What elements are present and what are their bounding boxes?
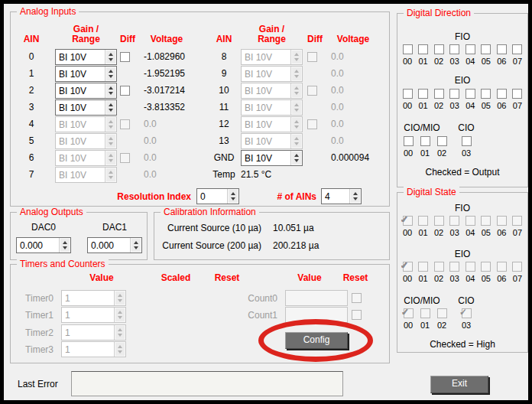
ain-row: 10 BI 10V 0.0 <box>11 83 389 99</box>
spinner-updown-icon[interactable] <box>349 189 361 204</box>
config-button[interactable]: Config <box>285 332 348 349</box>
ain10-voltage: 0.0 <box>331 85 344 96</box>
ain12-diff-checkbox <box>307 119 317 129</box>
gnd-voltage: 0.000094 <box>331 152 369 163</box>
bit-label: 03 <box>450 57 459 66</box>
spinner-updown-icon[interactable] <box>290 151 302 165</box>
analog-inputs-title: Analog Inputs <box>17 6 79 17</box>
spinner-updown-icon[interactable] <box>227 189 238 204</box>
dd-eio-checkbox[interactable] <box>403 89 413 99</box>
digital-direction-group: Digital Direction FIO 00 01 02 03 04 05 … <box>397 13 528 187</box>
bit-column: 02 <box>431 216 446 237</box>
dd-cio-checkbox[interactable] <box>462 136 472 146</box>
dd-fio-checkbox[interactable] <box>434 44 444 54</box>
dd-fio-checkbox[interactable] <box>466 44 475 54</box>
dd-eio-checkbox[interactable] <box>418 89 428 99</box>
dd-eio-checkbox[interactable] <box>466 89 475 99</box>
fio-state-bits: 00 01 02 03 04 05 06 07 <box>400 216 525 237</box>
ain10-diff-checkbox <box>307 86 317 96</box>
dac1-spinner[interactable]: 0.000 <box>87 237 142 253</box>
dd-fio-checkbox[interactable] <box>449 44 459 54</box>
diff-header: Diff <box>116 34 139 44</box>
spinner-updown-icon[interactable] <box>59 238 70 252</box>
resolution-index-spinner[interactable]: 0 <box>196 188 239 204</box>
bit-column: 03 <box>459 308 474 330</box>
count1-value-box <box>285 307 348 323</box>
dd-eio-checkbox[interactable] <box>497 89 507 99</box>
bit-column: 02 <box>434 136 449 158</box>
ds-eio-checkbox <box>418 262 428 272</box>
ain11-range-select: BI 10V <box>241 99 303 116</box>
ds-fio-checkbox <box>497 216 507 226</box>
dd-eio-checkbox[interactable] <box>434 89 444 99</box>
dd-cio-mio-checkbox[interactable] <box>420 136 430 146</box>
bit-label: 07 <box>513 228 522 237</box>
current-source-200-value: 200.218 µa <box>273 240 319 251</box>
bit-label: 01 <box>418 228 427 237</box>
bit-column: 04 <box>462 262 478 283</box>
bit-label: 07 <box>513 101 522 110</box>
bit-column: 02 <box>431 262 446 283</box>
dd-fio-checkbox[interactable] <box>403 44 413 54</box>
bit-label: 05 <box>482 57 491 66</box>
ain-header: AIN <box>206 34 242 44</box>
dd-fio-checkbox[interactable] <box>418 44 428 54</box>
bit-column: 01 <box>417 308 433 330</box>
spinner-updown-icon[interactable] <box>130 238 141 252</box>
bit-label: 06 <box>497 101 506 110</box>
ain9-range-select: BI 10V <box>241 66 303 82</box>
dd-eio-checkbox[interactable] <box>481 89 491 99</box>
bit-label: 07 <box>513 274 522 283</box>
bit-label: 06 <box>497 57 506 66</box>
dac0-spinner[interactable]: 0.000 <box>16 237 71 253</box>
ain9-voltage: 0.0 <box>331 68 344 79</box>
gain-range-header: Gain / Range <box>55 24 117 44</box>
bit-label: 02 <box>437 148 446 158</box>
num-ains-label: # of AINs <box>248 191 316 202</box>
cio-mio-state-bits: 00 01 02 <box>401 308 449 330</box>
ain-number: GND <box>206 152 242 163</box>
ain-number: 9 <box>206 68 242 79</box>
bit-column: 05 <box>478 262 494 283</box>
ain-row: 13 BI 10V 0.0 <box>11 133 389 150</box>
spinner-updown-icon <box>290 67 302 81</box>
dd-fio-checkbox[interactable] <box>481 44 491 54</box>
bit-label: 04 <box>466 101 475 110</box>
ain13-voltage: 0.0 <box>331 135 344 146</box>
value-header: Value <box>79 272 125 283</box>
timers-counters-title: Timers and Counters <box>17 259 109 269</box>
timers-counters-group: Timers and Counters Value Scaled Reset V… <box>10 264 390 363</box>
dd-cio-mio-checkbox[interactable] <box>437 136 447 146</box>
ds-cio-mio-checkbox <box>420 308 430 318</box>
count0-reset-checkbox <box>352 293 362 303</box>
cio-label: CIO <box>453 122 480 133</box>
dd-fio-checkbox[interactable] <box>512 44 522 54</box>
fio-direction-bits: 00 01 02 03 04 05 06 07 <box>400 44 525 66</box>
num-ains-spinner[interactable]: 4 <box>321 188 362 204</box>
eio-label: EIO <box>397 75 527 86</box>
bit-label: 00 <box>404 321 413 330</box>
exit-button[interactable]: Exit <box>430 376 488 393</box>
calibration-group: Calibration Information Current Source (… <box>154 212 390 260</box>
bit-column: 00 <box>400 44 415 66</box>
dd-fio-checkbox[interactable] <box>497 44 507 54</box>
spinner-updown-icon <box>114 308 125 322</box>
dd-eio-checkbox[interactable] <box>449 89 459 99</box>
dd-cio-mio-checkbox[interactable] <box>404 136 414 146</box>
calibration-title: Calibration Information <box>161 207 259 217</box>
analog-outputs-title: Analog Outputs <box>17 207 86 217</box>
ds-cio-checkbox <box>462 308 472 318</box>
resolution-index-label: Resolution Index <box>87 191 191 202</box>
bit-label: 01 <box>420 148 430 158</box>
ain8-voltage: 0.0 <box>331 51 344 62</box>
dac1-label: DAC1 <box>87 222 142 233</box>
dd-eio-checkbox[interactable] <box>512 89 522 99</box>
bit-column: 03 <box>447 44 462 66</box>
timer2-label: Timer2 <box>18 327 54 338</box>
voltage-header: Voltage <box>326 34 381 44</box>
ain-row: 12 BI 10V 0.0 <box>11 116 389 133</box>
spinner-updown-icon <box>290 83 302 98</box>
dac0-label: DAC0 <box>16 222 71 233</box>
gnd-range-select[interactable]: BI 10V <box>241 150 303 166</box>
bit-label: 03 <box>462 148 471 158</box>
